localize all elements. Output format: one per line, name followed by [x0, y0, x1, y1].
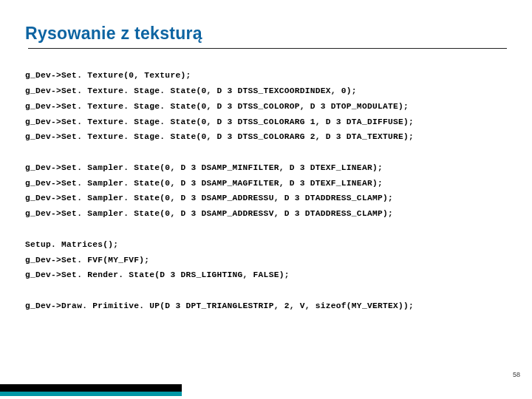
page-number: 58	[513, 371, 520, 378]
code-block-4: g_Dev->Draw. Primitive. UP(D 3 DPT_TRIAN…	[25, 299, 507, 314]
footer-bar-teal	[0, 392, 182, 396]
slide: Rysowanie z teksturą g_Dev->Set. Texture…	[0, 0, 532, 399]
footer-bar-black	[0, 384, 182, 392]
slide-title: Rysowanie z teksturą	[25, 24, 507, 44]
code-block-2: g_Dev->Set. Sampler. State(0, D 3 DSAMP_…	[25, 160, 507, 222]
title-underline	[28, 48, 507, 49]
code-block-1: g_Dev->Set. Texture(0, Texture); g_Dev->…	[25, 68, 507, 145]
code-block-3: Setup. Matrices(); g_Dev->Set. FVF(MY_FV…	[25, 237, 507, 283]
